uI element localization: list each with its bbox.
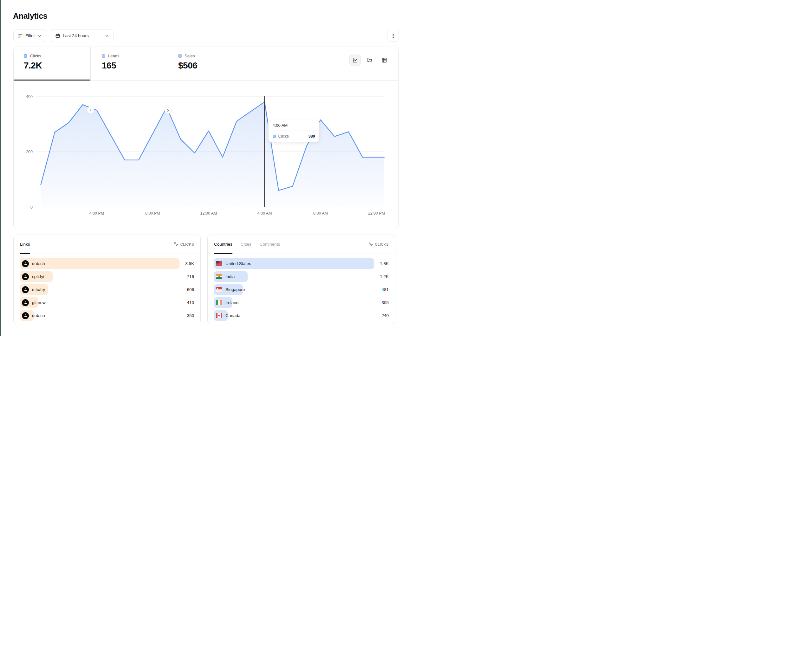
item-label: d.to/try [32,287,45,292]
clicks-time-series-chart[interactable]: 02004004:00 PM8:00 PM12:00 AM4:00 AM8:00… [0,80,406,220]
date-range-label: Last 24 hours [63,33,89,38]
tooltip-value: 380 [309,134,315,138]
stat-divider [90,47,91,80]
item-value: 481 [374,287,389,292]
y-axis-tick-label: 200 [26,150,32,154]
filter-button[interactable]: Filter [13,29,46,42]
x-axis-tick-label: 12:00 PM [368,211,385,215]
clicks-legend-icon [273,135,276,138]
list-item[interactable]: United States1.8K [214,258,389,269]
sg-flag-icon [216,287,222,292]
in-flag-icon [216,274,222,279]
y-axis-tick-label: 0 [31,205,32,210]
stat-value: $506 [178,61,263,71]
stat-tab-clicks[interactable]: Clicks 7.2K [14,47,90,80]
stat-tab-leads[interactable]: Leads 165 [90,47,168,80]
list-item[interactable]: Ireland305 [214,297,389,308]
tab-links[interactable]: Links [20,235,30,254]
item-label: dub.sh [32,261,45,266]
countries-metric-header[interactable]: CLICKS [368,242,389,247]
item-value: 1.2K [374,274,389,279]
dub-logo-icon [22,273,29,280]
filter-icon [18,33,23,38]
overflow-menu-button[interactable] [387,30,399,41]
list-item[interactable]: dub.co350 [20,310,194,321]
stat-label: Leads [108,54,119,58]
stat-tab-sales[interactable]: Sales $506 [168,47,263,80]
item-value: 1.8K [374,261,389,266]
links-panel: Links CLICKS dub.sh3.5Kspti.fyi716d.to/t… [13,235,201,324]
funnel-view-button[interactable] [364,55,375,66]
tab-countries[interactable]: Countries [214,235,232,254]
chart-area-fill [41,102,385,207]
item-label: Singapore [225,287,245,292]
item-value: 240 [374,313,389,318]
clicks-legend-icon [24,54,27,58]
x-axis-tick-label: 12:00 AM [200,211,217,215]
countries-panel: CountriesCitiesContinents CLICKS United … [207,235,396,324]
list-item[interactable]: Singapore481 [214,284,389,295]
cursor-click-icon [368,242,373,247]
list-item[interactable]: git.new410 [20,297,194,308]
dub-logo-icon [22,299,29,306]
line-chart-icon [352,57,358,63]
stat-value: 165 [102,61,168,71]
page-title: Analytics [13,12,47,20]
cursor-click-icon [174,242,179,247]
list-item[interactable]: d.to/try606 [20,284,194,295]
item-label: United States [225,261,251,266]
calendar-icon [55,33,60,38]
tab-cities[interactable]: Cities [241,235,251,254]
stat-label: Sales [184,54,195,58]
stat-next-chevron-button[interactable] [87,106,94,114]
funnel-icon [367,57,373,63]
tab-continents[interactable]: Continents [260,235,280,254]
line-chart-view-button[interactable] [350,55,361,66]
item-label: spti.fyi [32,274,44,279]
stat-next-chevron-button[interactable] [165,106,172,114]
us-flag-icon [216,261,222,266]
tooltip-time: 4:00 AM [269,120,319,131]
list-item[interactable]: dub.sh3.5K [20,258,194,269]
item-label: dub.co [32,313,45,318]
item-value: 410 [179,300,194,305]
chevron-right-icon [166,108,170,112]
stats-row: Clicks 7.2K Leads 165 Sales $506 [14,47,398,80]
stat-label: Clicks [30,54,41,58]
filter-button-label: Filter [26,33,35,38]
x-axis-tick-label: 4:00 AM [258,211,272,215]
x-axis-tick-label: 8:00 PM [145,211,160,215]
item-label: Ireland [225,300,239,305]
dub-logo-icon [22,286,29,293]
tooltip-series-label: Clicks [278,134,289,138]
sales-legend-icon [178,54,182,58]
metric-label: CLICKS [375,242,389,246]
item-value: 305 [374,300,389,305]
x-axis-tick-label: 8:00 AM [313,211,328,215]
list-item[interactable]: India1.2K [214,271,389,282]
item-value: 606 [179,287,194,292]
links-metric-header[interactable]: CLICKS [174,242,194,247]
item-value: 350 [179,313,194,318]
item-label: India [225,274,235,279]
ca-flag-icon [216,313,222,318]
chart-tooltip: 4:00 AM Clicks 380 [268,120,320,142]
metric-label: CLICKS [181,242,194,246]
grid-table-icon [381,57,387,63]
chevron-down-icon [38,34,42,38]
list-item[interactable]: Canada240 [214,310,389,321]
list-item[interactable]: spti.fyi716 [20,271,194,282]
chevron-right-icon [89,108,92,112]
date-range-button[interactable]: Last 24 hours [51,29,114,42]
ie-flag-icon [216,300,222,305]
stat-value: 7.2K [24,61,90,71]
item-label: Canada [225,313,241,318]
chevron-down-icon [105,34,109,38]
leads-legend-icon [102,54,105,58]
item-label: git.new [32,300,46,305]
item-value: 716 [179,274,194,279]
dub-logo-icon [22,312,29,319]
dub-logo-icon [22,260,29,267]
table-view-button[interactable] [379,55,390,66]
item-value: 3.5K [179,261,194,266]
